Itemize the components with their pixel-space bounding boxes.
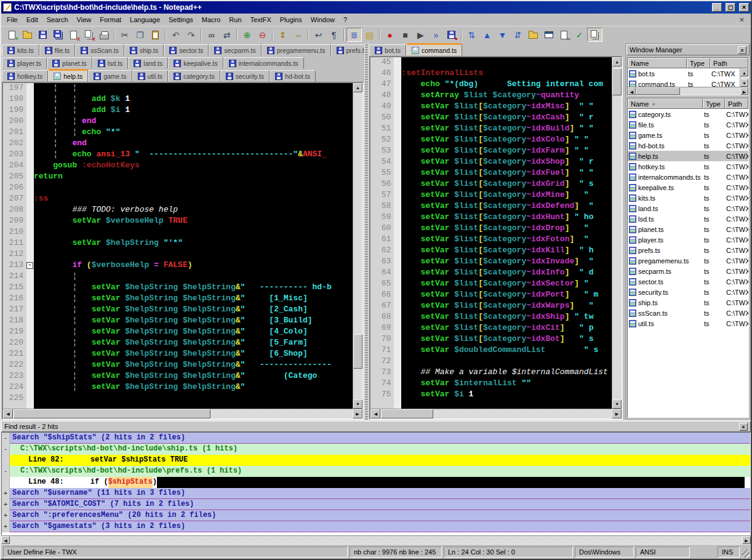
menu-textfx[interactable]: TextFX: [246, 14, 276, 25]
file-row-ship-ts[interactable]: ship.tstsC:\TWX: [628, 297, 748, 308]
column-header-name[interactable]: Name▲: [628, 98, 703, 109]
right-hscroll-thumb[interactable]: [381, 409, 433, 418]
file-row-util-ts[interactable]: util.tstsC:\TWX: [628, 318, 748, 329]
console-window-button[interactable]: [541, 28, 556, 42]
scroll-left-icon[interactable]: ◀: [1, 536, 10, 544]
left-hscroll-thumb[interactable]: [14, 409, 210, 418]
expand-fold-button[interactable]: ⇵: [510, 28, 526, 42]
file-row-game-ts[interactable]: game.tstsC:\TWX: [628, 130, 748, 140]
fold-marker[interactable]: -: [26, 262, 33, 269]
scroll-down-icon[interactable]: ▼: [612, 399, 622, 409]
left-tab-category-ts[interactable]: category.ts: [168, 70, 220, 82]
left-tab-secparm-ts[interactable]: secparm.ts: [209, 44, 261, 56]
menu-view[interactable]: View: [73, 14, 96, 25]
zoom-out-button[interactable]: ⊖: [255, 28, 270, 42]
fold-collapsed-icon[interactable]: +: [2, 521, 10, 532]
right-tab-command-ts[interactable]: command.ts: [406, 43, 462, 56]
paste-button[interactable]: [148, 28, 163, 42]
cut-button[interactable]: ✂: [117, 28, 132, 42]
replace-button[interactable]: ⇄: [219, 28, 234, 42]
file-row-pregamemenu-ts[interactable]: pregamemenu.tstsC:\TWX: [628, 255, 748, 266]
close-button[interactable]: ✕: [739, 3, 749, 12]
file-row-planet-ts[interactable]: planet.tstsC:\TWX: [628, 224, 748, 234]
scroll-down-icon[interactable]: ▼: [353, 399, 362, 409]
file-row-help-ts[interactable]: help.tstsC:\TWX: [628, 151, 748, 161]
scroll-right-icon[interactable]: ▶: [740, 87, 748, 95]
project-files-list[interactable]: Name▲TypePathcategory.tstsC:\TWXfile.tst…: [627, 98, 749, 418]
new-file-button[interactable]: +: [4, 28, 20, 42]
left-tab-pregamemenu-ts[interactable]: pregamemenu.ts: [262, 44, 331, 56]
right-tab-bot-ts[interactable]: bot.ts: [369, 44, 406, 56]
doc-monitor-button[interactable]: ∞: [556, 28, 572, 42]
file-row-lsd-ts[interactable]: lsd.tstsC:\TWX: [628, 214, 748, 224]
file-row-secparm-ts[interactable]: secparm.tstsC:\TWX: [628, 266, 748, 276]
left-code-editor[interactable]: 197 ¦ ¦198 ¦ ¦ add $k 1199 ¦ ¦ add $i 12…: [3, 83, 353, 409]
scroll-right-icon[interactable]: ▶: [742, 536, 751, 544]
file-row-category-ts[interactable]: category.tstsC:\TWX: [628, 109, 748, 119]
left-horizontal-scrollbar[interactable]: ◀ ▶: [3, 409, 362, 418]
indent-guide-button[interactable]: ≣: [346, 28, 362, 42]
file-row-kits-ts[interactable]: kits.tstsC:\TWX: [628, 193, 748, 203]
open-docs-hscrollbar[interactable]: ◀▶: [628, 87, 748, 95]
sync-horizontal-scroll-button[interactable]: ⇔: [290, 28, 306, 42]
macro-stop-button[interactable]: ■: [398, 28, 413, 42]
word-wrap-button[interactable]: ↩: [311, 28, 326, 42]
left-tab-security-ts[interactable]: security.ts: [220, 70, 270, 82]
menu-edit[interactable]: Edit: [22, 14, 42, 25]
left-vscroll-thumb[interactable]: [353, 334, 362, 369]
copy-button[interactable]: ❐: [132, 28, 148, 42]
file-row-land-ts[interactable]: land.tstsC:\TWX: [628, 203, 748, 214]
macro-run-multiple-button[interactable]: »: [428, 28, 444, 42]
right-vertical-scrollbar[interactable]: ▲ ▼: [612, 57, 622, 409]
zoom-in-button[interactable]: ⊕: [239, 28, 255, 42]
left-vertical-scrollbar[interactable]: ▲ ▼: [353, 83, 362, 409]
left-tab-player-ts[interactable]: player.ts: [2, 57, 47, 69]
left-tab-land-ts[interactable]: land.ts: [128, 57, 168, 69]
previous-fold-button[interactable]: ▲: [479, 28, 495, 42]
find-result-row-5[interactable]: Line 48: if ($shipStats): [2, 477, 750, 488]
menu-settings[interactable]: Settings: [164, 14, 198, 25]
menu-file[interactable]: File: [2, 14, 22, 25]
fold-collapsed-icon[interactable]: +: [2, 510, 10, 521]
open-file-button[interactable]: [20, 28, 35, 42]
find-button[interactable]: ∞: [204, 28, 219, 42]
user-define-dialog-button[interactable]: ▤: [362, 28, 377, 42]
print-button[interactable]: [97, 28, 112, 42]
fold-expanded-icon[interactable]: -: [2, 466, 10, 477]
right-horizontal-scrollbar[interactable]: ◀ ▶: [370, 409, 622, 418]
left-tab-internalcommands-ts[interactable]: internalcommands.ts: [223, 57, 304, 69]
file-row-keepalive-ts[interactable]: keepalive.tstsC:\TWX: [628, 182, 748, 193]
open-doc-row-bot-ts[interactable]: bot.tstsC:\TWX: [628, 68, 748, 79]
file-row-sector-ts[interactable]: sector.tstsC:\TWX: [628, 276, 748, 287]
next-fold-button[interactable]: ▼: [495, 28, 510, 42]
right-code-editor[interactable]: 4546:setInternalLists47 echo "*(dbg) Set…: [370, 57, 612, 409]
maximize-button[interactable]: ▢: [726, 3, 735, 12]
resize-grip[interactable]: [742, 550, 750, 558]
hscroll-thumb[interactable]: [636, 87, 680, 95]
scroll-left-icon[interactable]: ◀: [370, 409, 380, 418]
macro-save-button[interactable]: ●: [444, 28, 459, 42]
find-result-row-2[interactable]: -C:\TWX\scripts\hd-bot\hd-include\ship.t…: [2, 444, 750, 455]
left-tab-kits-ts[interactable]: kits.ts: [2, 44, 39, 56]
find-result-row-1[interactable]: -Search "$shipStats" (2 hits in 2 files): [2, 433, 750, 444]
menu-language[interactable]: Language: [126, 14, 164, 25]
minimize-button[interactable]: _: [712, 3, 722, 12]
left-tab-keepalive-ts[interactable]: keepalive.ts: [168, 57, 223, 69]
left-tab-sector-ts[interactable]: sector.ts: [164, 44, 209, 56]
column-header-type[interactable]: Type: [703, 98, 725, 109]
window-manager-close-icon[interactable]: x: [738, 46, 746, 54]
scroll-up-icon[interactable]: ▲: [353, 83, 362, 92]
open-docs-vscrollbar[interactable]: ▲▼: [740, 68, 748, 87]
scroll-left-icon[interactable]: ◀: [3, 409, 13, 418]
file-row-internalcommands-ts[interactable]: internalcommands.tstsC:\TWX: [628, 172, 748, 182]
left-tab-ssscan-ts[interactable]: ssScan.ts: [75, 44, 124, 56]
left-tab-game-ts[interactable]: game.ts: [88, 70, 132, 82]
menu-help[interactable]: ?: [339, 14, 351, 25]
close-document-icon[interactable]: ✕: [734, 16, 750, 24]
menu-search[interactable]: Search: [42, 14, 73, 25]
file-row-prefs-ts[interactable]: prefs.tstsC:\TWX: [628, 245, 748, 255]
find-result-row-4[interactable]: -C:\TWX\scripts\hd-bot\hd-include\prefs.…: [2, 466, 750, 477]
find-result-row-9[interactable]: +Search "$gamestats" (3 hits in 2 files): [2, 521, 750, 532]
left-tab-hotkey-ts[interactable]: hotkey.ts: [2, 70, 48, 82]
show-all-characters-button[interactable]: ¶: [326, 28, 342, 42]
